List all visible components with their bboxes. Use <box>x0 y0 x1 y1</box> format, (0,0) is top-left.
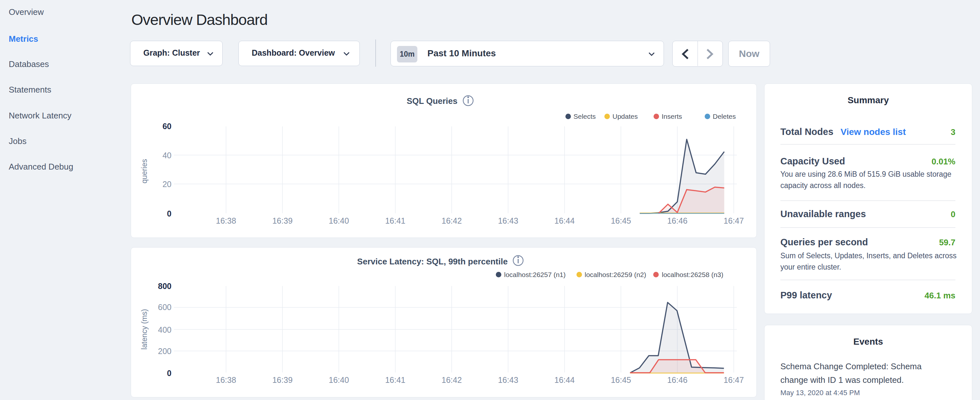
svg-text:200: 200 <box>158 346 172 355</box>
svg-text:localhost:26259 (n2): localhost:26259 (n2) <box>585 271 646 278</box>
svg-text:16:44: 16:44 <box>554 375 574 384</box>
svg-text:16:44: 16:44 <box>554 216 574 225</box>
svg-text:Selects: Selects <box>573 113 596 120</box>
svg-text:40: 40 <box>162 150 172 159</box>
svg-text:Updates: Updates <box>612 113 638 120</box>
svg-text:16:46: 16:46 <box>667 216 687 225</box>
svg-text:16:43: 16:43 <box>498 375 518 384</box>
svg-text:0: 0 <box>167 369 172 378</box>
svg-text:16:40: 16:40 <box>329 375 349 384</box>
svg-text:16:45: 16:45 <box>611 375 631 384</box>
svg-text:16:41: 16:41 <box>385 375 406 384</box>
svg-text:600: 600 <box>158 303 172 312</box>
svg-text:0: 0 <box>167 209 172 218</box>
svg-text:400: 400 <box>158 325 172 334</box>
svg-text:16:42: 16:42 <box>441 216 462 225</box>
svg-text:16:38: 16:38 <box>216 375 236 384</box>
svg-text:localhost:26258 (n3): localhost:26258 (n3) <box>662 271 723 278</box>
svg-text:16:45: 16:45 <box>611 216 631 225</box>
svg-text:Service Latency: SQL, 99th per: Service Latency: SQL, 99th percentile <box>357 256 507 266</box>
svg-text:800: 800 <box>158 281 172 290</box>
svg-text:16:46: 16:46 <box>667 375 687 384</box>
svg-text:16:39: 16:39 <box>272 216 293 225</box>
svg-text:20: 20 <box>162 179 172 188</box>
svg-text:latency (ms): latency (ms) <box>140 309 148 349</box>
svg-text:localhost:26257 (n1): localhost:26257 (n1) <box>504 271 566 278</box>
svg-text:Inserts: Inserts <box>662 113 682 120</box>
svg-text:16:40: 16:40 <box>329 216 349 225</box>
svg-text:16:39: 16:39 <box>272 375 293 384</box>
svg-text:Deletes: Deletes <box>713 113 736 120</box>
svg-text:queries: queries <box>140 159 148 183</box>
svg-text:16:41: 16:41 <box>385 216 406 225</box>
svg-text:SQL Queries: SQL Queries <box>406 96 457 105</box>
svg-text:60: 60 <box>162 122 172 131</box>
svg-text:16:38: 16:38 <box>216 216 236 225</box>
svg-text:16:43: 16:43 <box>498 216 518 225</box>
svg-text:16:47: 16:47 <box>724 216 744 225</box>
svg-text:16:42: 16:42 <box>441 375 462 384</box>
svg-text:16:47: 16:47 <box>724 375 744 384</box>
